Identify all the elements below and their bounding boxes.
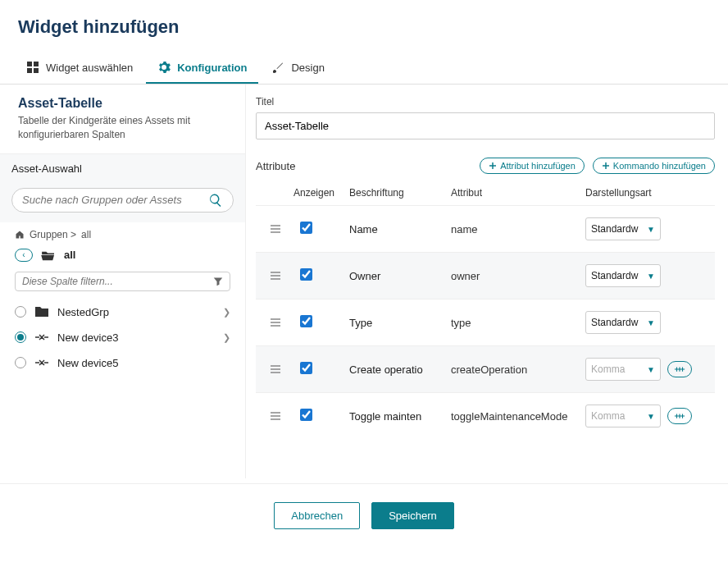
gear-icon	[157, 61, 171, 74]
filter-icon	[213, 277, 223, 286]
col-attr: Attribut	[451, 187, 582, 199]
mode-select[interactable]: Standardw▼	[585, 217, 661, 240]
row-attr: createOperation	[451, 363, 582, 376]
tab-label: Widget auswählen	[46, 62, 133, 74]
show-checkbox[interactable]	[300, 315, 312, 327]
row-attr: toggleMaintenanceMode	[451, 410, 582, 423]
mode-select[interactable]: Komma▼	[585, 358, 661, 381]
col-label: Beschriftung	[349, 187, 448, 199]
table-row: TypetypeStandardw▼	[256, 299, 715, 345]
tree-item-label: New device3	[57, 331, 118, 344]
attributes-table: Anzeigen Beschriftung Attribut Darstellu…	[256, 181, 715, 439]
left-panel: Asset-Tabelle Tabelle der Kindgeräte ein…	[0, 85, 246, 478]
widget-type-desc: Tabelle der Kindgeräte eines Assets mit …	[18, 114, 227, 142]
add-attribute-button[interactable]: Attribut hinzufügen	[480, 158, 585, 174]
mode-select[interactable]: Standardw▼	[585, 311, 661, 334]
tab-label: Design	[291, 62, 324, 74]
mode-value: Komma	[591, 363, 625, 375]
edit-command-button[interactable]	[667, 408, 692, 424]
tab-label: Konfiguration	[177, 62, 247, 74]
tree-item-label: NestedGrp	[57, 306, 109, 318]
tree-item-label: New device5	[57, 357, 118, 369]
drag-handle[interactable]	[261, 318, 290, 327]
grid-icon	[26, 61, 39, 74]
chevron-down-icon: ▼	[647, 412, 655, 421]
drag-handle[interactable]	[261, 364, 290, 374]
table-row: Create operatiocreateOperationKomma▼	[256, 345, 715, 392]
col-mode: Darstellungsart	[585, 187, 710, 199]
mode-select[interactable]: Komma▼	[585, 405, 661, 427]
mode-value: Komma	[591, 410, 625, 422]
folder-open-icon	[41, 249, 56, 261]
title-input[interactable]	[256, 112, 715, 139]
table-row: NamenameStandardw▼	[256, 205, 715, 252]
svg-rect-0	[27, 62, 32, 66]
tree-item[interactable]: New device3❯	[0, 325, 245, 350]
dialog-title: Widget hinzufügen	[0, 0, 728, 53]
home-icon	[15, 230, 25, 240]
folder-icon	[34, 306, 49, 318]
plus-icon	[602, 162, 610, 170]
row-attr: name	[451, 223, 582, 235]
chevron-right-icon: ❯	[223, 307, 230, 318]
add-command-label: Kommando hinzufügen	[613, 161, 706, 171]
col-show: Anzeigen	[293, 187, 346, 199]
brush-icon	[271, 61, 284, 74]
radio[interactable]	[15, 306, 26, 318]
asset-search[interactable]	[11, 188, 234, 213]
right-panel: Titel Attribute Attribut hinzufügen Komm…	[246, 85, 728, 478]
device-icon	[34, 331, 49, 343]
show-checkbox[interactable]	[300, 268, 312, 281]
row-label: Type	[349, 317, 448, 329]
row-label: Name	[349, 223, 448, 235]
show-checkbox[interactable]	[300, 409, 312, 421]
breadcrumb-current: all	[81, 229, 91, 240]
add-attribute-label: Attribut hinzufügen	[500, 161, 576, 171]
column-filter[interactable]	[15, 272, 230, 291]
row-label: Create operatio	[349, 363, 448, 376]
mode-value: Standardw	[591, 223, 638, 235]
breadcrumb-prefix: Gruppen >	[30, 229, 76, 240]
svg-rect-3	[34, 68, 39, 73]
save-button[interactable]: Speichern	[371, 502, 454, 529]
radio[interactable]	[15, 331, 26, 343]
tree-item[interactable]: New device5	[0, 350, 245, 376]
search-icon	[208, 193, 223, 208]
device-icon	[34, 357, 49, 368]
tree-item[interactable]: NestedGrp❯	[0, 299, 245, 325]
drag-handle[interactable]	[261, 224, 290, 234]
widget-type-title: Asset-Tabelle	[18, 96, 227, 111]
svg-rect-2	[27, 68, 32, 73]
column-filter-input[interactable]	[22, 276, 213, 287]
row-attr: type	[451, 317, 582, 329]
chevron-down-icon: ▼	[647, 225, 655, 234]
breadcrumb[interactable]: Gruppen > all	[0, 222, 245, 245]
dialog-footer: Abbrechen Speichern	[0, 483, 728, 549]
add-command-button[interactable]: Kommando hinzufügen	[593, 158, 715, 174]
asset-search-input[interactable]	[22, 194, 208, 206]
radio[interactable]	[15, 357, 26, 368]
show-checkbox[interactable]	[300, 222, 312, 234]
all-label: all	[64, 249, 75, 261]
tabs: Widget auswählen Konfiguration Design	[0, 53, 728, 85]
row-label: Toggle mainten	[349, 410, 448, 423]
show-checkbox[interactable]	[300, 362, 312, 374]
tab-configuration[interactable]: Konfiguration	[146, 53, 258, 84]
table-row: OwnerownerStandardw▼	[256, 252, 715, 299]
mode-value: Standardw	[591, 270, 638, 281]
tab-select-widget[interactable]: Widget auswählen	[15, 53, 144, 84]
edit-command-button[interactable]	[667, 361, 692, 377]
drag-handle[interactable]	[261, 411, 290, 421]
title-field-label: Titel	[256, 96, 715, 107]
attributes-heading: Attribute	[256, 160, 295, 172]
tab-design[interactable]: Design	[260, 53, 335, 84]
mode-value: Standardw	[591, 317, 638, 328]
back-button[interactable]: ‹	[15, 249, 33, 262]
row-label: Owner	[349, 270, 448, 282]
chevron-down-icon: ▼	[647, 318, 655, 327]
chevron-down-icon: ▼	[647, 365, 655, 374]
chevron-down-icon: ▼	[647, 272, 655, 281]
drag-handle[interactable]	[261, 271, 290, 281]
mode-select[interactable]: Standardw▼	[585, 264, 661, 287]
cancel-button[interactable]: Abbrechen	[274, 502, 360, 529]
